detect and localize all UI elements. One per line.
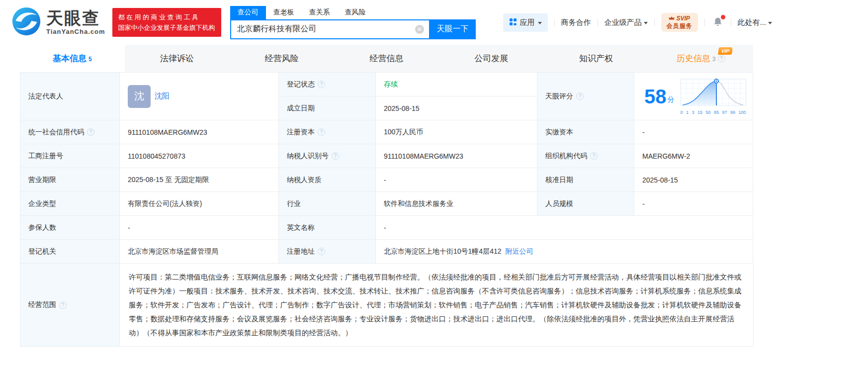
search-tab-relation[interactable]: 查关系 xyxy=(302,6,338,19)
top-header: 天眼查 TianYanCha.com 都在用的商业查询工具 国家中小企业发展子基… xyxy=(0,0,868,45)
divider xyxy=(731,19,731,26)
help-icon[interactable] xyxy=(718,55,725,62)
table-row: 工商注册号 110108045270873 纳税人识别号 91110108MAE… xyxy=(20,144,753,168)
paid-capital-label: 实缴资本 xyxy=(537,120,634,144)
svip-label: SVIP xyxy=(677,15,690,22)
brand-domain: TianYanCha.com xyxy=(46,28,105,35)
score-label: 天眼评分 xyxy=(537,73,634,120)
table-row: 参保人数 - 英文名称 - xyxy=(20,216,753,240)
tianyancha-logo[interactable]: 天眼查 TianYanCha.com xyxy=(11,6,105,38)
clear-search-icon[interactable]: ✕ xyxy=(415,25,424,34)
score-distribution-chart: 0131550859799100 xyxy=(681,78,746,115)
search-input-wrap: ✕ xyxy=(230,19,430,39)
search-tab-risk[interactable]: 查风险 xyxy=(338,6,373,19)
search-area: 查公司 查老板 查关系 查风险 ✕ 天眼一下 xyxy=(230,6,476,39)
taxpayer-quality-label: 纳税人资质 xyxy=(279,168,376,192)
english-name-value: - xyxy=(376,216,753,240)
business-scope-value: 许可项目：第二类增值电信业务；互联网信息服务；网络文化经营；广播电视节目制作经营… xyxy=(120,264,754,347)
nearby-companies-link[interactable]: 附近公司 xyxy=(506,247,533,256)
bell-icon xyxy=(712,20,723,29)
tab-operating-info[interactable]: 经营信息 xyxy=(334,45,439,72)
score-big-number: 58 xyxy=(644,87,667,106)
org-code-label-text: 组织机构代码 xyxy=(545,152,587,161)
reg-address-label: 注册地址 xyxy=(279,240,376,264)
table-row: 营业期限 2025-08-15 至 无固定期限 纳税人资质 - 核准日期 202… xyxy=(20,168,753,192)
status-badge: 存续 xyxy=(384,80,398,89)
tab-basic-info-count: 5 xyxy=(88,56,92,63)
tab-operating-info-label: 经营信息 xyxy=(370,53,404,64)
tab-intellectual-property-label: 知识产权 xyxy=(579,53,613,64)
reg-authority-value: 北京市海淀区市场监督管理局 xyxy=(120,240,279,264)
avatar[interactable]: 沈 xyxy=(128,85,151,108)
approval-date-label: 核准日期 xyxy=(537,168,634,192)
company-type-label: 企业类型 xyxy=(20,192,120,216)
help-icon[interactable] xyxy=(87,128,94,136)
uscc-label: 统一社会信用代码 xyxy=(20,120,120,144)
apps-menu[interactable]: 应用 xyxy=(503,13,548,32)
reg-capital-label-text: 注册资本 xyxy=(287,128,315,137)
chevron-down-icon xyxy=(538,22,542,24)
table-row: 法定代表人 沈 沈阳 登记状态 存续 天眼评分 58 分 xyxy=(20,73,753,120)
est-date-label: 成立日期 xyxy=(279,96,376,120)
search-input[interactable] xyxy=(237,25,415,34)
tab-history-info[interactable]: VIP 历史信息 3 xyxy=(648,45,753,72)
uscc-value: 91110108MAERG6MW23 xyxy=(120,120,279,144)
biz-term-label: 营业期限 xyxy=(20,168,120,192)
score-label-text: 天眼评分 xyxy=(545,92,573,101)
taxpayer-id-value: 91110108MAERG6MW23 xyxy=(376,144,537,168)
nav-enterprise[interactable]: 企业级产品 xyxy=(605,18,648,27)
taxpayer-id-label-text: 纳税人识别号 xyxy=(287,152,329,161)
promo-banner: 都在用的商业查询工具 国家中小企业发展子基金旗下机构 xyxy=(112,8,221,37)
staff-size-label: 人员规模 xyxy=(537,192,634,216)
biz-term-value: 2025-08-15 至 无固定期限 xyxy=(120,168,279,192)
user-menu[interactable]: 此处有... xyxy=(738,18,773,27)
help-icon[interactable] xyxy=(318,248,325,255)
reg-status-value: 存续 xyxy=(376,73,537,96)
search-tabs: 查公司 查老板 查关系 查风险 xyxy=(230,6,476,19)
nav-cooperation[interactable]: 商务合作 xyxy=(561,18,591,27)
table-row: 统一社会信用代码 91110108MAERG6MW23 注册资本 100万人民币… xyxy=(20,120,753,144)
tab-operating-risk[interactable]: 经营风险 xyxy=(229,45,334,72)
industry-label: 行业 xyxy=(279,192,376,216)
tab-intellectual-property[interactable]: 知识产权 xyxy=(544,45,649,72)
company-type-value: 有限责任公司(法人独资) xyxy=(120,192,279,216)
tab-legal[interactable]: 法律诉讼 xyxy=(125,45,230,72)
divider xyxy=(704,19,705,26)
help-icon[interactable] xyxy=(332,152,339,160)
help-icon[interactable] xyxy=(318,81,325,88)
promo-line-2: 国家中小企业发展子基金旗下机构 xyxy=(118,22,215,33)
legal-rep-name-link[interactable]: 沈阳 xyxy=(155,92,170,101)
help-icon[interactable] xyxy=(576,93,584,100)
chevron-down-icon xyxy=(644,22,648,24)
vip-ribbon-badge: VIP xyxy=(718,47,733,55)
search-tab-company[interactable]: 查公司 xyxy=(230,6,266,19)
svip-service-label: 会员服务 xyxy=(667,22,693,30)
paid-capital-value: - xyxy=(634,120,753,144)
score-value[interactable]: 58 分 xyxy=(634,73,753,120)
tab-operating-risk-label: 经营风险 xyxy=(265,53,299,64)
header-nav: 应用 商务合作 企业级产品 SVIP 会员服务 xyxy=(503,13,773,32)
search-tab-boss[interactable]: 查老板 xyxy=(266,6,302,19)
tianyancha-logo-icon xyxy=(11,6,41,38)
help-icon[interactable] xyxy=(590,152,598,160)
apps-label: 应用 xyxy=(520,18,535,27)
tab-history-info-count: 3 xyxy=(712,56,716,63)
reg-status-label-text: 登记状态 xyxy=(287,80,315,89)
reg-no-value: 110108045270873 xyxy=(120,144,279,168)
tab-company-development[interactable]: 公司发展 xyxy=(439,45,544,72)
enterprise-label: 企业级产品 xyxy=(605,18,642,27)
help-icon[interactable] xyxy=(318,128,325,136)
notifications-bell[interactable] xyxy=(712,16,723,29)
org-code-value: MAERG6MW-2 xyxy=(634,144,753,168)
approval-date-value: 2025-08-15 xyxy=(634,168,753,192)
divider xyxy=(654,19,655,26)
search-button[interactable]: 天眼一下 xyxy=(430,19,476,39)
help-icon[interactable] xyxy=(59,301,67,309)
notification-dot xyxy=(721,15,725,19)
reg-status-label: 登记状态 xyxy=(279,73,376,96)
chevron-down-icon xyxy=(768,22,772,24)
apps-grid-icon xyxy=(509,18,517,27)
industry-value: 软件和信息技术服务业 xyxy=(376,192,537,216)
svip-member-badge[interactable]: SVIP 会员服务 xyxy=(661,13,698,32)
tab-basic-info[interactable]: 基本信息 5 xyxy=(20,45,125,72)
